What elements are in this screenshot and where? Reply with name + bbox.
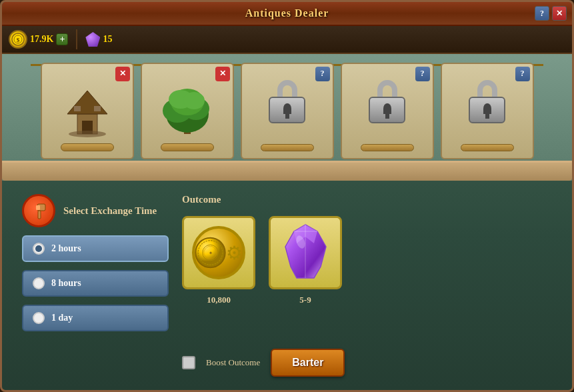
- shelf-item-1[interactable]: ✕: [41, 63, 134, 159]
- shelf-area: ✕ ✕: [2, 54, 572, 181]
- outcome-crystal-card: [269, 216, 342, 289]
- svg-rect-7: [94, 106, 101, 111]
- item-pedestal-5: [461, 144, 514, 151]
- shelf-item-4: ?: [341, 63, 434, 159]
- option-2hours[interactable]: 2 hours: [22, 235, 169, 262]
- shelf-item-5: ?: [441, 63, 534, 159]
- option-2hours-label: 2 hours: [51, 243, 81, 254]
- currency-bar: $ 17.9K + 15: [2, 26, 572, 54]
- building-icon-1: [57, 79, 117, 139]
- svg-text:✦: ✦: [209, 251, 213, 255]
- option-8hours[interactable]: 8 hours: [22, 270, 169, 297]
- outcome-coin-value: 10,800: [207, 295, 231, 305]
- lock-container-2: [369, 64, 405, 140]
- gold-coin-icon: ✦: [192, 226, 245, 279]
- right-panel: Outcome ✦: [182, 194, 552, 377]
- item-badge-4[interactable]: ?: [415, 67, 430, 81]
- gem-icon: [85, 32, 100, 47]
- title-bar-buttons: ? ✕: [535, 6, 567, 21]
- exchange-header: Select Exchange Time: [22, 194, 169, 227]
- item-badge-3[interactable]: ?: [315, 67, 330, 81]
- outcome-crystal: 5-9: [269, 216, 342, 305]
- lock-container-1: [269, 64, 305, 140]
- svg-point-15: [183, 92, 205, 109]
- outcome-crystal-value: 5-9: [299, 295, 311, 305]
- item-badge-1[interactable]: ✕: [115, 67, 130, 81]
- svg-rect-18: [38, 211, 41, 219]
- item-badge-5[interactable]: ?: [515, 67, 530, 81]
- item-pedestal-3: [261, 144, 314, 151]
- action-row: Boost Outcome Barter: [182, 349, 552, 377]
- item-pedestal-1: [61, 143, 114, 151]
- shelf-board: [2, 161, 572, 181]
- svg-text:$: $: [17, 37, 20, 43]
- help-button[interactable]: ?: [535, 6, 549, 21]
- svg-rect-6: [74, 106, 81, 111]
- shelf-item-2[interactable]: ✕: [141, 63, 234, 159]
- hammer-icon: [22, 194, 55, 227]
- option-1day-label: 1 day: [51, 313, 73, 323]
- outcome-label: Outcome: [182, 194, 552, 205]
- radio-1day: [33, 312, 45, 324]
- window-title: Antiques Dealer: [245, 7, 329, 19]
- svg-marker-4: [67, 91, 107, 114]
- radio-8hours: [33, 277, 45, 289]
- boost-checkbox[interactable]: [182, 356, 195, 369]
- currency-divider: [76, 29, 77, 49]
- radio-2hours: [33, 243, 45, 255]
- coin-value: 17.9K: [30, 34, 53, 45]
- coins-display: $ 17.9K +: [9, 30, 68, 49]
- title-bar: Antiques Dealer ? ✕: [2, 2, 572, 26]
- option-1day[interactable]: 1 day: [22, 305, 169, 331]
- lock-icon-3: [469, 80, 505, 123]
- svg-point-8: [69, 131, 106, 137]
- main-content: Select Exchange Time 2 hours 8 hours 1 d…: [2, 181, 572, 390]
- barter-button[interactable]: Barter: [271, 349, 345, 377]
- lock-icon-2: [369, 80, 405, 123]
- outcome-coin: ✦ 10,800: [182, 216, 255, 305]
- lock-icon-1: [269, 80, 305, 123]
- add-coins-button[interactable]: +: [56, 33, 68, 45]
- outcome-items: ✦ 10,800: [182, 216, 552, 305]
- option-8hours-label: 8 hours: [51, 278, 81, 289]
- item-pedestal-4: [361, 144, 414, 151]
- coin-icon: $: [9, 30, 27, 49]
- tree-icon-1: [157, 79, 217, 139]
- close-button[interactable]: ✕: [552, 6, 567, 21]
- boost-label: Boost Outcome: [206, 357, 260, 368]
- gems-display: 15: [85, 32, 112, 47]
- left-panel: Select Exchange Time 2 hours 8 hours 1 d…: [22, 194, 169, 377]
- outcome-coin-card: ✦: [182, 216, 255, 289]
- exchange-label: Select Exchange Time: [63, 205, 157, 217]
- gem-value: 15: [103, 34, 112, 45]
- item-pedestal-2: [161, 143, 214, 151]
- shelf-item-3: ?: [241, 63, 334, 159]
- svg-rect-17: [36, 205, 40, 210]
- item-badge-2[interactable]: ✕: [215, 67, 230, 81]
- main-window: Antiques Dealer ? ✕ $ 17.9K + 15: [0, 0, 574, 392]
- shelf-items-row: ✕ ✕: [41, 63, 534, 159]
- lock-container-3: [469, 64, 505, 140]
